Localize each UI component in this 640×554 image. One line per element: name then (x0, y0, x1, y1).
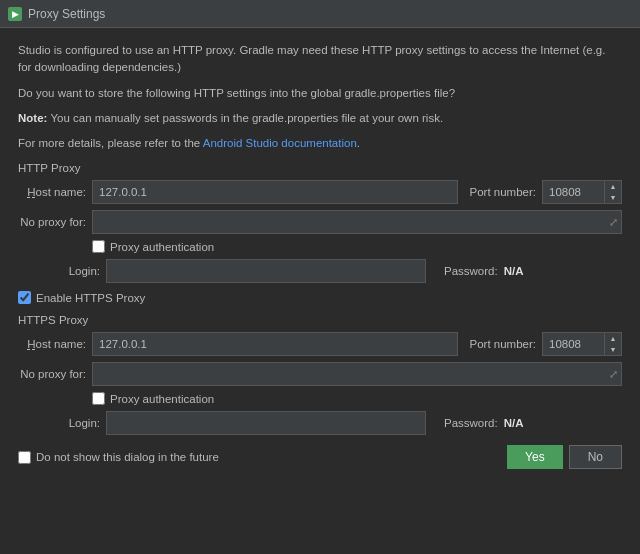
http-host-input[interactable] (92, 180, 458, 204)
https-port-down-button[interactable]: ▼ (605, 344, 621, 355)
bottom-row: Do not show this dialog in the future Ye… (18, 445, 622, 469)
http-login-label: Login: (18, 265, 100, 277)
http-port-label: Port number: (470, 186, 536, 198)
https-no-proxy-input[interactable] (92, 362, 622, 386)
https-proxy-auth-label: Proxy authentication (110, 393, 214, 405)
http-host-group: Host name: (18, 180, 458, 204)
yes-button[interactable]: Yes (507, 445, 563, 469)
do-not-show-checkbox[interactable] (18, 451, 31, 464)
http-port-down-button[interactable]: ▼ (605, 192, 621, 203)
android-studio-doc-link[interactable]: Android Studio documentation (203, 137, 357, 149)
http-no-proxy-label: No proxy for: (18, 216, 86, 228)
doc-suffix: . (357, 137, 360, 149)
http-no-proxy-input[interactable] (92, 210, 622, 234)
doc-ref-text: For more details, please refer to the An… (18, 135, 622, 152)
https-login-label: Login: (18, 417, 100, 429)
https-port-input[interactable] (542, 332, 604, 356)
http-no-proxy-expand-icon[interactable]: ⤢ (609, 216, 618, 229)
http-password-value: N/A (504, 265, 524, 277)
http-host-port-row: Host name: Port number: ▲ ▼ (18, 180, 622, 204)
http-port-spinner: ▲ ▼ (604, 180, 622, 204)
enable-https-row: Enable HTTPS Proxy (18, 291, 622, 304)
http-password-wrap: Password: N/A (444, 265, 524, 277)
http-port-input-wrap: ▲ ▼ (542, 180, 622, 204)
note-text: Note: You can manually set passwords in … (18, 110, 622, 127)
enable-https-label: Enable HTTPS Proxy (36, 292, 145, 304)
https-no-proxy-label: No proxy for: (18, 368, 86, 380)
title-bar-title: Proxy Settings (28, 7, 105, 21)
http-no-proxy-row: No proxy for: ⤢ (18, 210, 622, 234)
http-login-row: Login: Password: N/A (18, 259, 622, 283)
http-port-group: Port number: ▲ ▼ (470, 180, 622, 204)
do-not-show-label: Do not show this dialog in the future (36, 451, 219, 463)
https-login-input[interactable] (106, 411, 426, 435)
bottom-buttons: Yes No (507, 445, 622, 469)
http-login-input[interactable] (106, 259, 426, 283)
https-host-port-row: Host name: Port number: ▲ ▼ (18, 332, 622, 356)
http-proxy-auth-checkbox[interactable] (92, 240, 105, 253)
https-host-group: Host name: (18, 332, 458, 356)
https-port-input-wrap: ▲ ▼ (542, 332, 622, 356)
do-not-show-wrap: Do not show this dialog in the future (18, 451, 219, 464)
http-proxy-auth-label: Proxy authentication (110, 241, 214, 253)
https-proxy-section-header: HTTPS Proxy (18, 314, 622, 326)
https-no-proxy-expand-icon[interactable]: ⤢ (609, 368, 618, 381)
https-host-input[interactable] (92, 332, 458, 356)
http-proxy-auth-wrap: Proxy authentication (92, 240, 622, 253)
http-password-label: Password: (444, 265, 498, 277)
title-bar: ▶ Proxy Settings (0, 0, 640, 28)
https-proxy-auth-checkbox[interactable] (92, 392, 105, 405)
enable-https-checkbox[interactable] (18, 291, 31, 304)
note-detail: You can manually set passwords in the gr… (50, 112, 443, 124)
doc-prefix: For more details, please refer to the (18, 137, 203, 149)
https-login-row: Login: Password: N/A (18, 411, 622, 435)
https-password-value: N/A (504, 417, 524, 429)
description1-text: Studio is configured to use an HTTP prox… (18, 42, 622, 77)
description2-text: Do you want to store the following HTTP … (18, 85, 622, 102)
https-port-up-button[interactable]: ▲ (605, 333, 621, 344)
https-password-label: Password: (444, 417, 498, 429)
dialog-content: Studio is configured to use an HTTP prox… (0, 28, 640, 554)
https-port-group: Port number: ▲ ▼ (470, 332, 622, 356)
http-port-input[interactable] (542, 180, 604, 204)
https-no-proxy-row: No proxy for: ⤢ (18, 362, 622, 386)
https-proxy-auth-wrap: Proxy authentication (92, 392, 622, 405)
http-host-label: Host name: (18, 186, 86, 198)
https-port-label: Port number: (470, 338, 536, 350)
https-port-spinner: ▲ ▼ (604, 332, 622, 356)
https-password-wrap: Password: N/A (444, 417, 524, 429)
app-icon: ▶ (8, 7, 22, 21)
https-host-label: Host name: (18, 338, 86, 350)
no-button[interactable]: No (569, 445, 622, 469)
http-port-up-button[interactable]: ▲ (605, 181, 621, 192)
http-proxy-section-header: HTTP Proxy (18, 162, 622, 174)
https-no-proxy-input-wrap: ⤢ (92, 362, 622, 386)
http-no-proxy-input-wrap: ⤢ (92, 210, 622, 234)
